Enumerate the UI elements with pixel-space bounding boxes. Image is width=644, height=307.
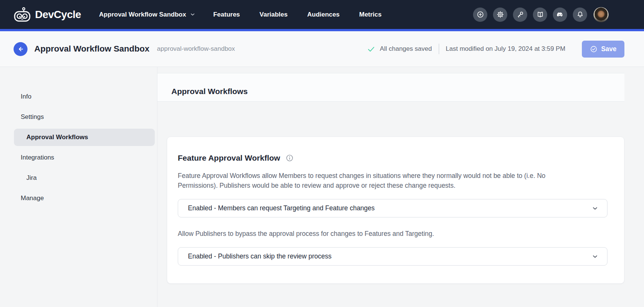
- devcycle-robot-icon: [14, 7, 31, 22]
- member-approval-select-value: Enabled - Members can request Targeting …: [188, 204, 375, 212]
- nav-link-variables[interactable]: Variables: [259, 11, 288, 18]
- book-icon: [536, 11, 544, 18]
- devcycle-app: DevCycle Approval Workflow Sandbox Featu…: [0, 0, 644, 307]
- sidebar-item-info[interactable]: Info: [14, 88, 155, 105]
- member-approval-select[interactable]: Enabled - Members can request Targeting …: [178, 199, 607, 217]
- save-status: All changes saved: [367, 45, 432, 53]
- info-icon[interactable]: [285, 154, 294, 162]
- page-title: Approval Workflow Sandbox: [34, 44, 150, 54]
- arrow-left-icon: [17, 46, 24, 53]
- save-button[interactable]: Save: [582, 41, 624, 58]
- brand-name: DevCycle: [35, 9, 81, 21]
- discord-button[interactable]: [553, 8, 567, 22]
- save-status-label: All changes saved: [380, 45, 432, 53]
- back-button[interactable]: [14, 42, 27, 56]
- navbar-actions: [473, 7, 609, 22]
- sidebar-item-approval-workflows[interactable]: Approval Workflows: [14, 129, 155, 146]
- section-header: Approval Workflows: [157, 73, 624, 102]
- nav-link-audiences[interactable]: Audiences: [307, 11, 340, 18]
- sidebar-item-settings[interactable]: Settings: [14, 108, 155, 126]
- discord-icon: [556, 11, 564, 18]
- chevron-down-icon: [189, 11, 196, 18]
- top-navbar: DevCycle Approval Workflow Sandbox Featu…: [0, 0, 644, 29]
- documentation-button[interactable]: [533, 8, 547, 22]
- last-modified-label: Last modified on July 19, 2024 at 3:59 P…: [446, 45, 566, 53]
- page-header: Approval Workflow Sandbox approval-workf…: [0, 31, 644, 67]
- feature-approval-workflow-card: Feature Approval Workflow Feature Approv…: [167, 137, 624, 284]
- nav-link-features[interactable]: Features: [213, 11, 240, 18]
- create-new-button[interactable]: [473, 8, 487, 22]
- section-title: Approval Workflows: [171, 87, 248, 96]
- api-keys-button[interactable]: [513, 8, 527, 22]
- gear-icon: [496, 11, 504, 18]
- check-circle-icon: [590, 45, 598, 53]
- chevron-down-icon: [591, 253, 599, 260]
- plus-circle-icon: [476, 11, 484, 18]
- primary-nav: Features Variables Audiences Metrics: [213, 11, 382, 18]
- bell-icon: [576, 11, 584, 18]
- notifications-button[interactable]: [573, 8, 587, 22]
- save-button-label: Save: [601, 45, 617, 53]
- card-title-row: Feature Approval Workflow: [178, 154, 607, 163]
- bypass-label: Allow Publishers to bypass the approval …: [178, 229, 577, 239]
- settings-sidebar: Info Settings Approval Workflows Integra…: [0, 67, 157, 307]
- card-title: Feature Approval Workflow: [178, 154, 280, 163]
- main-content: Approval Workflows Feature Approval Work…: [157, 67, 644, 307]
- publisher-bypass-select-value: Enabled - Publishers can skip the review…: [188, 252, 331, 260]
- sidebar-item-integrations[interactable]: Integrations: [14, 149, 155, 166]
- sidebar-item-jira[interactable]: Jira: [14, 169, 155, 187]
- chevron-down-icon: [591, 205, 599, 212]
- key-icon: [516, 11, 524, 18]
- nav-link-metrics[interactable]: Metrics: [359, 11, 382, 18]
- settings-button[interactable]: [493, 8, 507, 22]
- user-avatar[interactable]: [594, 7, 609, 22]
- divider: [439, 44, 439, 54]
- devcycle-logo[interactable]: DevCycle: [14, 7, 81, 22]
- card-description: Feature Approval Workflows allow Members…: [178, 171, 577, 190]
- check-icon: [367, 45, 375, 53]
- sidebar-item-manage[interactable]: Manage: [14, 190, 155, 207]
- project-selector-label: Approval Workflow Sandbox: [99, 11, 186, 18]
- publisher-bypass-select[interactable]: Enabled - Publishers can skip the review…: [178, 247, 607, 266]
- project-selector[interactable]: Approval Workflow Sandbox: [99, 11, 196, 18]
- project-slug: approval-workflow-sandbox: [157, 45, 235, 53]
- body-row: Info Settings Approval Workflows Integra…: [0, 67, 644, 307]
